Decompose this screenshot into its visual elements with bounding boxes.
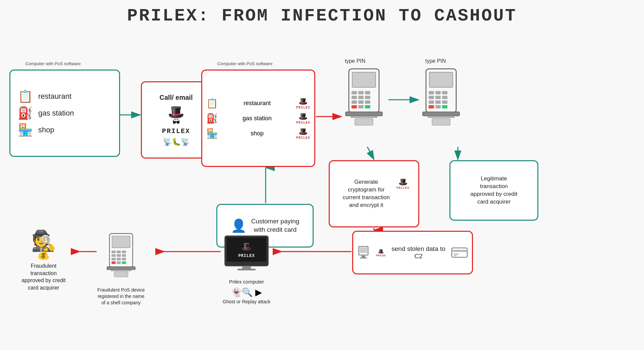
- svg-rect-76: [111, 261, 115, 264]
- glasses-icon-big: 🕶: [172, 118, 180, 127]
- fraud-tx-label: Fraudulenttransactionapproved by creditc…: [8, 262, 79, 291]
- shop-label: shop: [38, 126, 54, 134]
- svg-rect-77: [117, 261, 121, 264]
- svg-rect-58: [454, 255, 457, 256]
- svg-rect-56: [452, 250, 467, 252]
- generate-cryptogram-box: Generatecryptogram forcurrent transactio…: [329, 160, 419, 227]
- terminal-svg-2: [419, 65, 463, 146]
- svg-rect-50: [432, 119, 450, 125]
- customer-text: Customer payingwith credit card: [251, 217, 300, 234]
- legit-transaction-box: Legitimatetransactionapproved by creditc…: [449, 160, 538, 221]
- svg-rect-53: [362, 256, 365, 258]
- svg-rect-74: [117, 258, 121, 261]
- fraud-pos-area: Fraudulent PoS deviceregistered in the n…: [97, 231, 145, 306]
- svg-rect-45: [429, 105, 434, 108]
- svg-rect-79: [107, 267, 136, 270]
- shop-icon: 🏪: [18, 123, 33, 137]
- svg-rect-22: [352, 96, 357, 99]
- svg-rect-49: [428, 116, 454, 118]
- svg-rect-37: [435, 91, 441, 94]
- svg-rect-19: [352, 91, 357, 94]
- mid-shop-item: 🏪 shop 🎩 PRILEX: [206, 126, 310, 141]
- svg-rect-48: [423, 112, 460, 116]
- ghost-replay-icons: 👻🔍 ▶: [221, 287, 272, 298]
- stolen-label: send stolen data to C2: [389, 245, 448, 260]
- svg-rect-21: [365, 91, 370, 94]
- svg-rect-18: [352, 72, 376, 87]
- svg-rect-41: [442, 96, 447, 99]
- prilex-logo-call: 🎩 🕶 PRILEX: [162, 104, 190, 135]
- pos-terminal-2: [419, 65, 463, 147]
- svg-rect-42: [429, 100, 434, 104]
- gas-station-label: gas station: [38, 109, 74, 118]
- credit-card-icon: [451, 246, 468, 259]
- main-diagram: Computer with PoS software 📋 restaurant …: [0, 29, 644, 350]
- mid-shop-label: shop: [221, 130, 293, 137]
- fraud-pos-terminal-svg: [104, 231, 138, 283]
- svg-rect-27: [365, 100, 370, 104]
- gen-text: Generatecryptogram forcurrent transactio…: [338, 176, 394, 211]
- pos-terminal-1: [342, 65, 386, 147]
- fraud-pos-label: Fraudulent PoS deviceregistered in the n…: [97, 287, 145, 306]
- prilex-computer-label: Prilex computer: [221, 278, 272, 285]
- prilex-label-stolen: PRILEX: [376, 254, 386, 257]
- svg-rect-36: [429, 91, 434, 94]
- svg-rect-47: [442, 105, 447, 108]
- hat-icon-gen: 🎩: [398, 178, 408, 186]
- svg-rect-68: [117, 251, 121, 253]
- call-email-box: Call/ email 🎩 🕶 PRILEX 📡🐛📡: [141, 81, 211, 159]
- customer-content: 👤 Customer payingwith credit card: [226, 217, 304, 234]
- svg-rect-28: [352, 105, 357, 108]
- prilex-tag-restaurant: 🎩 PRILEX: [296, 97, 310, 110]
- mid-gasstation-item: ⛽ gas station 🎩 PRILEX: [206, 111, 310, 126]
- svg-rect-63: [242, 266, 251, 269]
- svg-rect-25: [352, 100, 357, 104]
- type-pin-label-2: type PIN: [425, 58, 446, 64]
- terminal-svg-1: [342, 65, 386, 146]
- svg-rect-67: [111, 251, 115, 253]
- mid-pos-items: 📋 restaurant 🎩 PRILEX ⛽ gas station 🎩 PR…: [202, 94, 314, 143]
- svg-rect-26: [358, 100, 364, 104]
- stolen-content: 🎩 PRILEX send stolen data to C2: [353, 242, 472, 263]
- mid-restaurant-icon: 📋: [206, 98, 218, 109]
- prilex-tag-shop: 🎩 PRILEX: [296, 127, 310, 140]
- svg-rect-30: [365, 105, 370, 108]
- prilex-name-big: PRILEX: [162, 127, 190, 135]
- svg-rect-52: [360, 247, 367, 253]
- server-icon: [357, 244, 373, 261]
- svg-line-11: [367, 147, 374, 160]
- svg-rect-72: [122, 254, 126, 257]
- svg-rect-69: [122, 251, 126, 253]
- svg-rect-33: [355, 119, 373, 125]
- prilex-tag-stolen: 🎩 PRILEX: [376, 249, 386, 257]
- svg-rect-20: [358, 91, 364, 94]
- gas-station-icon: ⛽: [18, 106, 33, 120]
- mid-gasstation-icon: ⛽: [206, 113, 218, 124]
- svg-rect-70: [111, 254, 115, 257]
- svg-rect-23: [358, 96, 364, 99]
- stolen-data-box: 🎩 PRILEX send stolen data to C2: [352, 231, 473, 274]
- mid-pos-box: 📋 restaurant 🎩 PRILEX ⛽ gas station 🎩 PR…: [201, 70, 315, 167]
- svg-rect-57: [454, 254, 459, 255]
- svg-rect-29: [358, 105, 364, 108]
- svg-rect-32: [351, 116, 377, 118]
- fraud-transaction-area: 🕵 💰 Fraudulenttransactionapproved by cre…: [8, 231, 79, 291]
- svg-text:🎩: 🎩: [241, 242, 252, 251]
- svg-rect-39: [429, 96, 434, 99]
- restaurant-icon: 📋: [18, 89, 33, 103]
- svg-rect-31: [345, 112, 382, 116]
- mid-pos-label: Computer with PoS software: [201, 61, 288, 66]
- left-pos-label: Computer with PoS software: [9, 61, 97, 66]
- gas-station-item: ⛽ gas station: [10, 105, 119, 122]
- type-pin-label-1: type PIN: [345, 58, 365, 64]
- restaurant-label: restaurant: [38, 92, 71, 101]
- svg-rect-66: [112, 236, 130, 248]
- prilex-computer-area: 🎩 PRILEX Prilex computer 👻🔍 ▶ Ghost or R…: [221, 234, 272, 304]
- restaurant-item: 📋 restaurant: [10, 88, 119, 105]
- bug-icon: 📡🐛📡: [163, 138, 190, 146]
- svg-rect-73: [111, 258, 115, 261]
- svg-rect-54: [360, 258, 367, 259]
- svg-rect-80: [111, 270, 131, 271]
- legit-text: Legitimatetransactionapproved by creditc…: [467, 173, 521, 208]
- svg-rect-75: [122, 258, 126, 261]
